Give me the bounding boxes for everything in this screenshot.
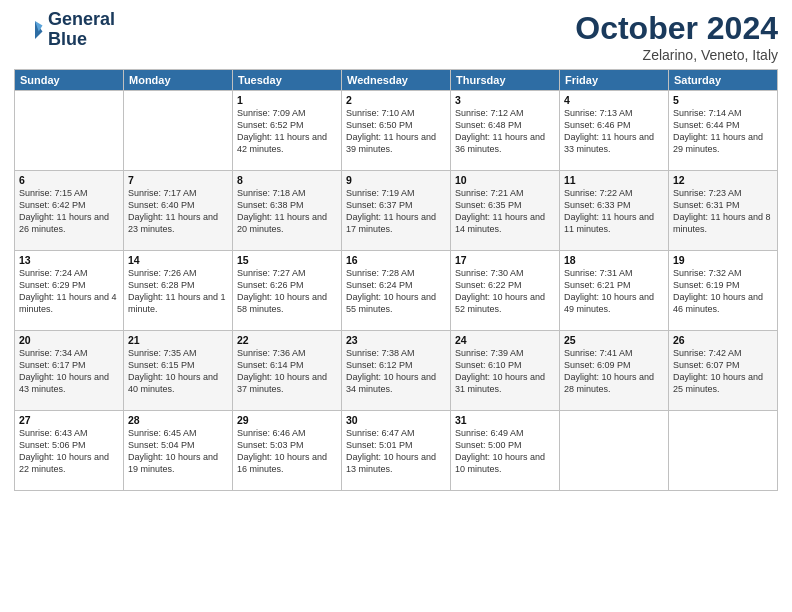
logo-text: General Blue bbox=[48, 10, 115, 50]
calendar-day-cell: 18Sunrise: 7:31 AM Sunset: 6:21 PM Dayli… bbox=[560, 251, 669, 331]
day-number: 4 bbox=[564, 94, 664, 106]
calendar-day-cell: 1Sunrise: 7:09 AM Sunset: 6:52 PM Daylig… bbox=[233, 91, 342, 171]
day-details: Sunrise: 7:15 AM Sunset: 6:42 PM Dayligh… bbox=[19, 187, 119, 236]
day-number: 23 bbox=[346, 334, 446, 346]
day-number: 20 bbox=[19, 334, 119, 346]
day-number: 8 bbox=[237, 174, 337, 186]
day-number: 10 bbox=[455, 174, 555, 186]
calendar-day-cell: 5Sunrise: 7:14 AM Sunset: 6:44 PM Daylig… bbox=[669, 91, 778, 171]
calendar-day-cell: 9Sunrise: 7:19 AM Sunset: 6:37 PM Daylig… bbox=[342, 171, 451, 251]
location-subtitle: Zelarino, Veneto, Italy bbox=[575, 47, 778, 63]
calendar-day-cell: 4Sunrise: 7:13 AM Sunset: 6:46 PM Daylig… bbox=[560, 91, 669, 171]
calendar-day-cell: 2Sunrise: 7:10 AM Sunset: 6:50 PM Daylig… bbox=[342, 91, 451, 171]
day-details: Sunrise: 7:26 AM Sunset: 6:28 PM Dayligh… bbox=[128, 267, 228, 316]
day-details: Sunrise: 7:32 AM Sunset: 6:19 PM Dayligh… bbox=[673, 267, 773, 316]
day-number: 27 bbox=[19, 414, 119, 426]
header: General Blue October 2024 Zelarino, Vene… bbox=[14, 10, 778, 63]
calendar-day-cell: 10Sunrise: 7:21 AM Sunset: 6:35 PM Dayli… bbox=[451, 171, 560, 251]
day-details: Sunrise: 7:34 AM Sunset: 6:17 PM Dayligh… bbox=[19, 347, 119, 396]
logo-icon bbox=[14, 15, 44, 45]
weekday-header: Thursday bbox=[451, 70, 560, 91]
day-number: 2 bbox=[346, 94, 446, 106]
calendar-day-cell: 19Sunrise: 7:32 AM Sunset: 6:19 PM Dayli… bbox=[669, 251, 778, 331]
day-details: Sunrise: 7:28 AM Sunset: 6:24 PM Dayligh… bbox=[346, 267, 446, 316]
day-details: Sunrise: 7:42 AM Sunset: 6:07 PM Dayligh… bbox=[673, 347, 773, 396]
day-number: 12 bbox=[673, 174, 773, 186]
day-details: Sunrise: 7:13 AM Sunset: 6:46 PM Dayligh… bbox=[564, 107, 664, 156]
calendar-day-cell: 31Sunrise: 6:49 AM Sunset: 5:00 PM Dayli… bbox=[451, 411, 560, 491]
day-details: Sunrise: 7:10 AM Sunset: 6:50 PM Dayligh… bbox=[346, 107, 446, 156]
day-number: 7 bbox=[128, 174, 228, 186]
logo: General Blue bbox=[14, 10, 115, 50]
day-details: Sunrise: 7:27 AM Sunset: 6:26 PM Dayligh… bbox=[237, 267, 337, 316]
calendar-day-cell: 11Sunrise: 7:22 AM Sunset: 6:33 PM Dayli… bbox=[560, 171, 669, 251]
day-number: 24 bbox=[455, 334, 555, 346]
day-number: 28 bbox=[128, 414, 228, 426]
calendar-day-cell: 25Sunrise: 7:41 AM Sunset: 6:09 PM Dayli… bbox=[560, 331, 669, 411]
day-details: Sunrise: 7:14 AM Sunset: 6:44 PM Dayligh… bbox=[673, 107, 773, 156]
calendar-week-row: 27Sunrise: 6:43 AM Sunset: 5:06 PM Dayli… bbox=[15, 411, 778, 491]
day-details: Sunrise: 6:49 AM Sunset: 5:00 PM Dayligh… bbox=[455, 427, 555, 476]
calendar-week-row: 13Sunrise: 7:24 AM Sunset: 6:29 PM Dayli… bbox=[15, 251, 778, 331]
calendar-day-cell: 8Sunrise: 7:18 AM Sunset: 6:38 PM Daylig… bbox=[233, 171, 342, 251]
day-details: Sunrise: 7:17 AM Sunset: 6:40 PM Dayligh… bbox=[128, 187, 228, 236]
calendar-empty-cell bbox=[15, 91, 124, 171]
calendar-day-cell: 15Sunrise: 7:27 AM Sunset: 6:26 PM Dayli… bbox=[233, 251, 342, 331]
weekday-header: Tuesday bbox=[233, 70, 342, 91]
day-number: 5 bbox=[673, 94, 773, 106]
calendar-day-cell: 24Sunrise: 7:39 AM Sunset: 6:10 PM Dayli… bbox=[451, 331, 560, 411]
day-details: Sunrise: 7:30 AM Sunset: 6:22 PM Dayligh… bbox=[455, 267, 555, 316]
calendar-week-row: 20Sunrise: 7:34 AM Sunset: 6:17 PM Dayli… bbox=[15, 331, 778, 411]
calendar-day-cell: 12Sunrise: 7:23 AM Sunset: 6:31 PM Dayli… bbox=[669, 171, 778, 251]
weekday-header: Wednesday bbox=[342, 70, 451, 91]
day-number: 16 bbox=[346, 254, 446, 266]
day-number: 30 bbox=[346, 414, 446, 426]
day-number: 29 bbox=[237, 414, 337, 426]
calendar-day-cell: 20Sunrise: 7:34 AM Sunset: 6:17 PM Dayli… bbox=[15, 331, 124, 411]
day-number: 3 bbox=[455, 94, 555, 106]
day-number: 9 bbox=[346, 174, 446, 186]
calendar-header-row: SundayMondayTuesdayWednesdayThursdayFrid… bbox=[15, 70, 778, 91]
day-details: Sunrise: 7:19 AM Sunset: 6:37 PM Dayligh… bbox=[346, 187, 446, 236]
calendar-day-cell: 27Sunrise: 6:43 AM Sunset: 5:06 PM Dayli… bbox=[15, 411, 124, 491]
day-number: 22 bbox=[237, 334, 337, 346]
day-details: Sunrise: 6:43 AM Sunset: 5:06 PM Dayligh… bbox=[19, 427, 119, 476]
calendar-week-row: 1Sunrise: 7:09 AM Sunset: 6:52 PM Daylig… bbox=[15, 91, 778, 171]
day-number: 13 bbox=[19, 254, 119, 266]
day-details: Sunrise: 6:47 AM Sunset: 5:01 PM Dayligh… bbox=[346, 427, 446, 476]
day-details: Sunrise: 7:35 AM Sunset: 6:15 PM Dayligh… bbox=[128, 347, 228, 396]
calendar-day-cell: 16Sunrise: 7:28 AM Sunset: 6:24 PM Dayli… bbox=[342, 251, 451, 331]
title-block: October 2024 Zelarino, Veneto, Italy bbox=[575, 10, 778, 63]
day-details: Sunrise: 7:12 AM Sunset: 6:48 PM Dayligh… bbox=[455, 107, 555, 156]
day-details: Sunrise: 7:09 AM Sunset: 6:52 PM Dayligh… bbox=[237, 107, 337, 156]
weekday-header: Sunday bbox=[15, 70, 124, 91]
day-details: Sunrise: 7:18 AM Sunset: 6:38 PM Dayligh… bbox=[237, 187, 337, 236]
calendar-day-cell: 13Sunrise: 7:24 AM Sunset: 6:29 PM Dayli… bbox=[15, 251, 124, 331]
calendar-day-cell: 22Sunrise: 7:36 AM Sunset: 6:14 PM Dayli… bbox=[233, 331, 342, 411]
day-number: 21 bbox=[128, 334, 228, 346]
calendar: SundayMondayTuesdayWednesdayThursdayFrid… bbox=[14, 69, 778, 491]
calendar-day-cell: 23Sunrise: 7:38 AM Sunset: 6:12 PM Dayli… bbox=[342, 331, 451, 411]
calendar-week-row: 6Sunrise: 7:15 AM Sunset: 6:42 PM Daylig… bbox=[15, 171, 778, 251]
calendar-empty-cell bbox=[669, 411, 778, 491]
day-details: Sunrise: 7:41 AM Sunset: 6:09 PM Dayligh… bbox=[564, 347, 664, 396]
month-title: October 2024 bbox=[575, 10, 778, 47]
day-number: 17 bbox=[455, 254, 555, 266]
day-details: Sunrise: 7:23 AM Sunset: 6:31 PM Dayligh… bbox=[673, 187, 773, 236]
day-number: 1 bbox=[237, 94, 337, 106]
day-details: Sunrise: 7:39 AM Sunset: 6:10 PM Dayligh… bbox=[455, 347, 555, 396]
calendar-day-cell: 29Sunrise: 6:46 AM Sunset: 5:03 PM Dayli… bbox=[233, 411, 342, 491]
calendar-empty-cell bbox=[560, 411, 669, 491]
day-details: Sunrise: 7:36 AM Sunset: 6:14 PM Dayligh… bbox=[237, 347, 337, 396]
day-details: Sunrise: 7:21 AM Sunset: 6:35 PM Dayligh… bbox=[455, 187, 555, 236]
day-number: 11 bbox=[564, 174, 664, 186]
day-details: Sunrise: 7:31 AM Sunset: 6:21 PM Dayligh… bbox=[564, 267, 664, 316]
day-number: 15 bbox=[237, 254, 337, 266]
page: General Blue October 2024 Zelarino, Vene… bbox=[0, 0, 792, 612]
calendar-empty-cell bbox=[124, 91, 233, 171]
day-details: Sunrise: 7:22 AM Sunset: 6:33 PM Dayligh… bbox=[564, 187, 664, 236]
calendar-day-cell: 30Sunrise: 6:47 AM Sunset: 5:01 PM Dayli… bbox=[342, 411, 451, 491]
day-details: Sunrise: 6:45 AM Sunset: 5:04 PM Dayligh… bbox=[128, 427, 228, 476]
day-details: Sunrise: 6:46 AM Sunset: 5:03 PM Dayligh… bbox=[237, 427, 337, 476]
calendar-day-cell: 7Sunrise: 7:17 AM Sunset: 6:40 PM Daylig… bbox=[124, 171, 233, 251]
